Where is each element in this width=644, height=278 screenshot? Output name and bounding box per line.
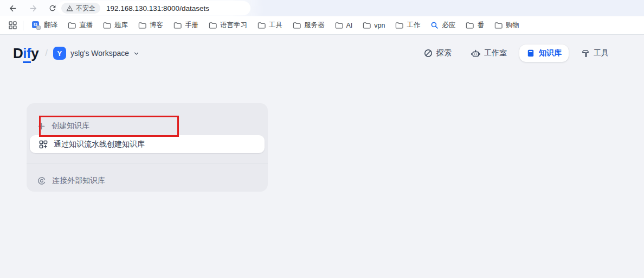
security-label: 不安全 [76,4,95,13]
reload-icon[interactable] [47,2,59,14]
bookmark-live[interactable]: 直播 [65,19,96,31]
connect-external-item[interactable]: 连接外部知识库 [37,171,105,191]
back-icon[interactable] [7,2,18,14]
workspace-name: yslg's Workspace [70,49,129,58]
bookmarks-divider [23,21,23,30]
breadcrumb-slash: / [45,48,48,59]
bookmark-language-learning[interactable]: 语言学习 [205,19,250,31]
folder-icon [138,21,146,29]
create-by-pipeline-item[interactable]: 通过知识流水线创建知识库 [30,135,265,153]
folder-icon [466,21,474,29]
url-text[interactable]: 192.168.130.131:8000/datasets [106,4,209,12]
warning-icon [66,5,73,12]
bookmark-work[interactable]: 工作 [392,19,423,31]
explore-icon [424,49,433,58]
folder-icon [335,21,343,29]
bookmarks-bar: G 翻译 直播 题库 博客 手册 语言学习 工具 服务器 [0,16,644,35]
bookmark-ai[interactable]: AI [332,20,356,31]
screen: 不安全 192.168.130.131:8000/datasets G 翻译 直… [0,0,644,278]
bookmark-question-bank[interactable]: 题库 [100,19,131,31]
dify-logo[interactable]: Dify [13,45,38,62]
bookmark-bing[interactable]: 必应 [427,19,459,31]
translate-icon: G [32,21,41,30]
folder-icon [209,21,217,29]
nav-item-knowledge[interactable]: 知识库 [519,45,569,62]
browser-toolbar: 不安全 192.168.130.131:8000/datasets [0,0,644,16]
nav-item-studio[interactable]: 工作室 [464,45,514,62]
chevron-down-icon [133,50,139,56]
folder-icon [395,21,403,29]
workspace-avatar: Y [53,47,66,60]
create-by-pipeline-label: 通过知识流水线创建知识库 [54,140,145,149]
card-divider [27,163,268,163]
search-icon [430,21,439,29]
app-header: Dify / Y yslg's Workspace 探索 工作室 知识库 工具 [0,42,644,64]
bookmark-vpn[interactable]: vpn [359,20,388,31]
knowledge-icon [526,49,535,58]
workspace-selector[interactable]: Y yslg's Workspace [53,47,139,60]
bookmark-fan[interactable]: 番 [462,19,487,31]
external-knowledge-icon [37,176,46,185]
folder-icon [68,21,76,29]
nav-item-explore[interactable]: 探索 [417,45,459,62]
address-bar[interactable]: 不安全 192.168.130.131:8000/datasets [57,1,250,15]
folder-icon [173,21,182,29]
studio-icon [471,49,480,58]
folder-icon [257,21,266,29]
create-knowledge-item[interactable]: 创建知识库 [37,116,89,136]
create-knowledge-card: 创建知识库 通过知识流水线创建知识库 连接外部知识库 [27,103,268,192]
tools-icon [581,49,590,58]
bookmark-manual[interactable]: 手册 [170,19,202,31]
forward-icon[interactable] [27,2,39,14]
plus-icon [37,122,46,130]
bookmark-translate[interactable]: G 翻译 [29,19,61,31]
apps-grid-icon[interactable] [7,20,18,31]
bookmark-shopping[interactable]: 购物 [491,19,523,31]
top-nav: 探索 工作室 知识库 工具 [417,42,616,64]
folder-icon [103,21,111,29]
connect-external-label: 连接外部知识库 [52,176,105,186]
folder-icon [494,21,503,29]
create-knowledge-label: 创建知识库 [51,121,89,131]
bookmark-tools[interactable]: 工具 [254,19,286,31]
folder-icon [363,21,371,29]
bookmark-server[interactable]: 服务器 [289,19,328,31]
nav-item-tools[interactable]: 工具 [574,45,616,62]
site-security-chip[interactable]: 不安全 [61,3,100,14]
pipeline-blocks-icon [39,140,48,149]
bookmark-blog[interactable]: 博客 [135,19,166,31]
folder-icon [293,21,301,29]
